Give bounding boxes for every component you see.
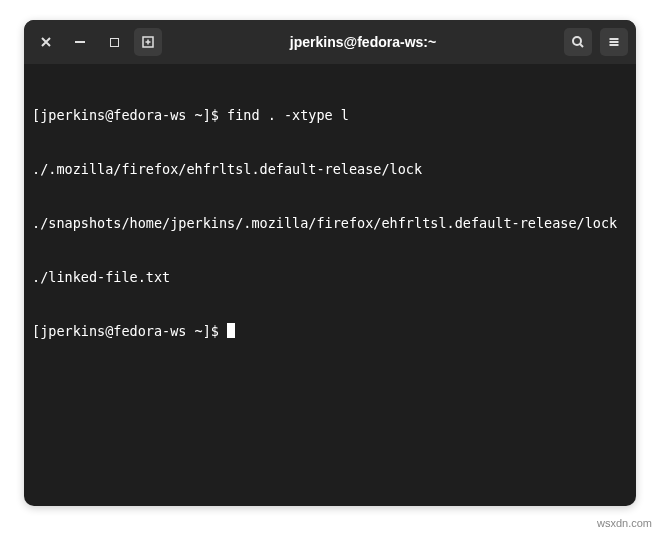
cursor xyxy=(227,323,235,338)
maximize-icon xyxy=(110,38,119,47)
terminal-output: ./linked-file.txt xyxy=(32,268,628,286)
titlebar-right-controls xyxy=(564,28,628,56)
terminal-line: [jperkins@fedora-ws ~]$ xyxy=(32,322,628,340)
shell-prompt: [jperkins@fedora-ws ~]$ xyxy=(32,323,227,339)
search-icon xyxy=(571,35,585,49)
menu-button[interactable] xyxy=(600,28,628,56)
shell-prompt: [jperkins@fedora-ws ~]$ xyxy=(32,107,227,123)
svg-point-1 xyxy=(573,37,581,45)
maximize-button[interactable] xyxy=(100,28,128,56)
terminal-line: [jperkins@fedora-ws ~]$ find . -xtype l xyxy=(32,106,628,124)
terminal-window: jperkins@fedora-ws:~ [jperkins@fedora-ws… xyxy=(24,20,636,506)
terminal-body[interactable]: [jperkins@fedora-ws ~]$ find . -xtype l … xyxy=(24,64,636,382)
close-button[interactable] xyxy=(32,28,60,56)
terminal-output: ./snapshots/home/jperkins/.mozilla/firef… xyxy=(32,214,628,232)
minimize-icon xyxy=(75,41,85,43)
titlebar: jperkins@fedora-ws:~ xyxy=(24,20,636,64)
search-button[interactable] xyxy=(564,28,592,56)
watermark-text: wsxdn.com xyxy=(597,517,652,529)
new-tab-button[interactable] xyxy=(134,28,162,56)
terminal-output: ./.mozilla/firefox/ehfrltsl.default-rele… xyxy=(32,160,628,178)
window-title: jperkins@fedora-ws:~ xyxy=(168,34,558,50)
hamburger-icon xyxy=(607,35,621,49)
minimize-button[interactable] xyxy=(66,28,94,56)
command-text: find . -xtype l xyxy=(227,107,349,123)
new-tab-icon xyxy=(141,35,155,49)
close-icon xyxy=(39,35,53,49)
